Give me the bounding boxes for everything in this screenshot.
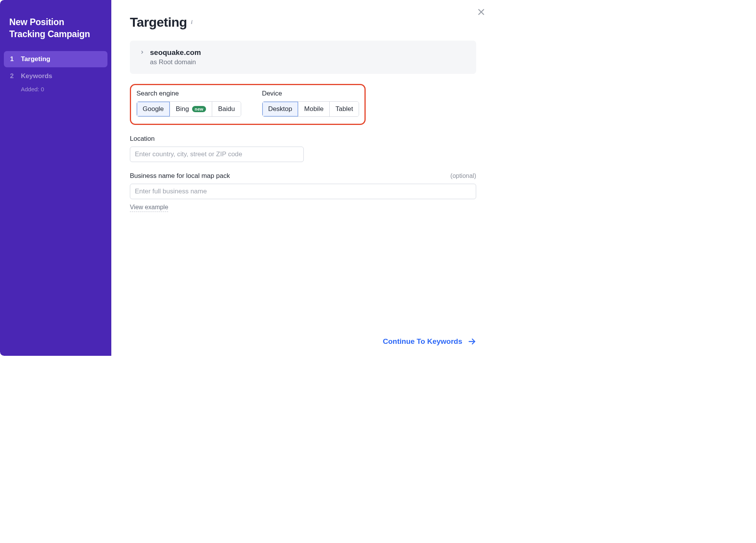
sidebar-item-label: Keywords [21, 72, 52, 80]
domain-subtype: as Root domain [150, 58, 201, 66]
option-label: Baidu [218, 105, 235, 113]
continue-label: Continue To Keywords [383, 337, 462, 346]
device-group: Device Desktop Mobile Tablet [262, 90, 359, 117]
new-badge: new [192, 106, 206, 112]
main: Targeting i seoquake.com as Root domain … [111, 0, 495, 356]
search-engine-label: Search engine [136, 90, 241, 97]
location-input[interactable] [130, 147, 304, 162]
sidebar-item-label: Targeting [21, 55, 50, 63]
device-segmented: Desktop Mobile Tablet [262, 101, 359, 117]
page-title-text: Targeting [130, 15, 187, 30]
close-icon [477, 8, 485, 16]
search-engine-option-bing[interactable]: Bing new [170, 102, 212, 116]
location-label: Location [130, 135, 155, 143]
option-label: Google [143, 105, 164, 113]
continue-button[interactable]: Continue To Keywords [383, 337, 476, 346]
arrow-right-icon [468, 337, 476, 346]
device-label: Device [262, 90, 359, 97]
option-label: Tablet [335, 105, 353, 113]
sidebar-item-targeting[interactable]: 1 Targeting [4, 51, 107, 67]
sidebar-item-keywords: 2 Keywords [4, 68, 107, 84]
device-option-tablet[interactable]: Tablet [330, 102, 359, 116]
device-option-mobile[interactable]: Mobile [298, 102, 330, 116]
page-title: Targeting i [130, 15, 476, 30]
business-input[interactable] [130, 184, 476, 199]
device-option-desktop[interactable]: Desktop [262, 102, 298, 116]
chevron-right-icon [140, 50, 145, 56]
location-section: Location [130, 135, 476, 162]
business-label: Business name for local map pack [130, 172, 230, 180]
close-button[interactable] [475, 6, 487, 18]
search-engine-segmented: Google Bing new Baidu [136, 101, 241, 117]
search-engine-option-baidu[interactable]: Baidu [212, 102, 240, 116]
sidebar-title: New Position Tracking Campaign [4, 7, 107, 51]
info-icon[interactable]: i [191, 19, 192, 26]
domain-name: seoquake.com [150, 48, 201, 57]
sidebar-step-number: 2 [10, 72, 15, 80]
domain-card[interactable]: seoquake.com as Root domain [130, 41, 476, 74]
option-label: Bing [176, 105, 189, 113]
option-label: Desktop [268, 105, 292, 113]
highlight-frame: Search engine Google Bing new Baidu Devi… [130, 84, 366, 125]
search-engine-option-google[interactable]: Google [137, 102, 170, 116]
business-section: Business name for local map pack (option… [130, 172, 476, 212]
sidebar-nav: 1 Targeting 2 Keywords Added: 0 [4, 51, 107, 93]
sidebar: New Position Tracking Campaign 1 Targeti… [0, 0, 111, 356]
business-optional: (optional) [450, 172, 476, 179]
sidebar-added-count: Added: 0 [4, 85, 107, 93]
sidebar-step-number: 1 [10, 55, 15, 63]
view-example-link[interactable]: View example [130, 204, 168, 212]
footer: Continue To Keywords [130, 330, 476, 346]
search-engine-group: Search engine Google Bing new Baidu [136, 90, 241, 117]
option-label: Mobile [304, 105, 324, 113]
